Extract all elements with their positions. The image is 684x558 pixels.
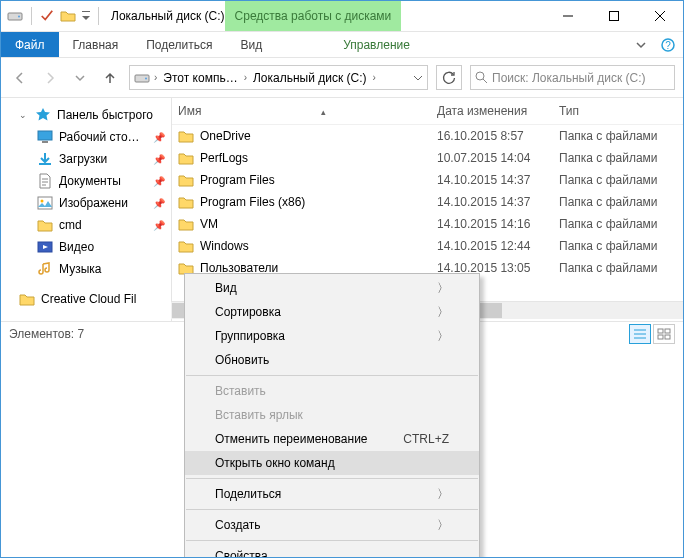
chevron-right-icon[interactable]: › — [242, 72, 249, 83]
minimize-button[interactable] — [545, 1, 591, 31]
sidebar-downloads[interactable]: Загрузки📌 — [1, 148, 171, 170]
file-type: Папка с файлами — [559, 129, 683, 143]
menu-label: Сортировка — [215, 305, 281, 319]
star-icon — [35, 107, 51, 123]
tab-home[interactable]: Главная — [59, 32, 133, 57]
sidebar-item-label: Рабочий сто… — [59, 130, 140, 144]
sidebar-video[interactable]: Видео — [1, 236, 171, 258]
menu-separator — [186, 478, 478, 479]
file-type: Папка с файлами — [559, 151, 683, 165]
column-name[interactable]: Имя▴ — [178, 104, 437, 118]
pin-icon: 📌 — [153, 176, 165, 187]
address-dropdown-icon[interactable] — [413, 73, 423, 83]
file-date: 10.07.2015 14:04 — [437, 151, 559, 165]
table-row[interactable]: Windows14.10.2015 12:44Папка с файлами — [172, 235, 683, 257]
tab-file[interactable]: Файл — [1, 32, 59, 57]
menu-paste: Вставить — [185, 379, 479, 403]
pictures-icon — [37, 195, 53, 211]
table-row[interactable]: OneDrive16.10.2015 8:57Папка с файлами — [172, 125, 683, 147]
menu-group[interactable]: Группировка〉 — [185, 324, 479, 348]
qat-overflow-icon[interactable] — [82, 9, 90, 23]
menu-share[interactable]: Поделиться〉 — [185, 482, 479, 506]
column-date[interactable]: Дата изменения — [437, 104, 559, 118]
menu-label: Обновить — [215, 353, 269, 367]
tab-view[interactable]: Вид — [226, 32, 276, 57]
menu-sort[interactable]: Сортировка〉 — [185, 300, 479, 324]
file-type: Папка с файлами — [559, 239, 683, 253]
menu-separator — [186, 375, 478, 376]
table-row[interactable]: VM14.10.2015 14:16Папка с файлами — [172, 213, 683, 235]
music-icon — [37, 261, 53, 277]
close-button[interactable] — [637, 1, 683, 31]
tab-share[interactable]: Поделиться — [132, 32, 226, 57]
sidebar-item-label: Загрузки — [59, 152, 107, 166]
menu-refresh[interactable]: Обновить — [185, 348, 479, 372]
menu-label: Группировка — [215, 329, 285, 343]
file-type: Папка с файлами — [559, 195, 683, 209]
pin-icon: 📌 — [153, 132, 165, 143]
context-menu: Вид〉 Сортировка〉 Группировка〉 Обновить В… — [184, 273, 480, 558]
recent-locations-button[interactable] — [69, 67, 91, 89]
address-bar[interactable]: › Этот компь… › Локальный диск (C:) › — [129, 65, 428, 90]
drive-icon — [134, 70, 150, 86]
file-name: PerfLogs — [200, 151, 248, 165]
sidebar-creative-cloud[interactable]: Creative Cloud Fil — [1, 288, 171, 310]
pin-icon: 📌 — [153, 220, 165, 231]
sidebar-desktop[interactable]: Рабочий сто…📌 — [1, 126, 171, 148]
search-placeholder: Поиск: Локальный диск (C:) — [492, 71, 645, 85]
menu-label: Вставить ярлык — [215, 408, 303, 422]
file-type: Папка с файлами — [559, 173, 683, 187]
downloads-icon — [37, 151, 53, 167]
table-row[interactable]: Program Files14.10.2015 14:37Папка с фай… — [172, 169, 683, 191]
svg-rect-16 — [665, 329, 670, 333]
svg-point-8 — [476, 72, 484, 80]
table-row[interactable]: Program Files (x86)14.10.2015 14:37Папка… — [172, 191, 683, 213]
submenu-arrow-icon: 〉 — [437, 280, 449, 297]
status-item-count: Элементов: 7 — [9, 327, 84, 341]
ribbon-expand-icon[interactable] — [635, 39, 647, 51]
svg-rect-17 — [658, 335, 663, 339]
sidebar-quick-access[interactable]: ⌄Панель быстрого — [1, 104, 171, 126]
menu-view[interactable]: Вид〉 — [185, 276, 479, 300]
tab-manage[interactable]: Управление — [303, 32, 450, 57]
file-date: 16.10.2015 8:57 — [437, 129, 559, 143]
sidebar-documents[interactable]: Документы📌 — [1, 170, 171, 192]
breadcrumb-drive[interactable]: Локальный диск (C:) — [251, 71, 369, 85]
help-icon[interactable]: ? — [661, 38, 675, 52]
column-headers: Имя▴ Дата изменения Тип — [172, 98, 683, 125]
sidebar-item-label: Видео — [59, 240, 94, 254]
submenu-arrow-icon: 〉 — [437, 328, 449, 345]
breadcrumb-this-pc[interactable]: Этот компь… — [161, 71, 239, 85]
svg-rect-12 — [38, 197, 52, 209]
sidebar-cmd[interactable]: cmd📌 — [1, 214, 171, 236]
up-button[interactable] — [99, 67, 121, 89]
search-input[interactable]: Поиск: Локальный диск (C:) — [470, 65, 675, 90]
menu-label: Свойства — [215, 549, 268, 558]
folder-icon — [178, 217, 194, 231]
view-large-icons-button[interactable] — [653, 324, 675, 344]
menu-new[interactable]: Создать〉 — [185, 513, 479, 537]
menu-paste-shortcut: Вставить ярлык — [185, 403, 479, 427]
svg-point-13 — [41, 200, 44, 203]
maximize-button[interactable] — [591, 1, 637, 31]
menu-undo-rename[interactable]: Отменить переименованиеCTRL+Z — [185, 427, 479, 451]
svg-rect-15 — [658, 329, 663, 333]
desktop-icon — [37, 129, 53, 145]
forward-button[interactable] — [39, 67, 61, 89]
menu-properties[interactable]: Свойства — [185, 544, 479, 558]
sidebar-item-label: Панель быстрого — [57, 108, 153, 122]
table-row[interactable]: PerfLogs10.07.2015 14:04Папка с файлами — [172, 147, 683, 169]
back-button[interactable] — [9, 67, 31, 89]
chevron-right-icon[interactable]: › — [152, 72, 159, 83]
folder-icon — [19, 292, 35, 306]
sidebar-item-label: cmd — [59, 218, 82, 232]
sidebar-music[interactable]: Музыка — [1, 258, 171, 280]
column-type[interactable]: Тип — [559, 104, 683, 118]
view-details-button[interactable] — [629, 324, 651, 344]
pin-icon: 📌 — [153, 154, 165, 165]
sidebar-pictures[interactable]: Изображени📌 — [1, 192, 171, 214]
sidebar-item-label: Документы — [59, 174, 121, 188]
refresh-button[interactable] — [436, 65, 462, 90]
menu-open-command-window[interactable]: Открыть окно команд — [185, 451, 479, 475]
chevron-right-icon[interactable]: › — [371, 72, 378, 83]
